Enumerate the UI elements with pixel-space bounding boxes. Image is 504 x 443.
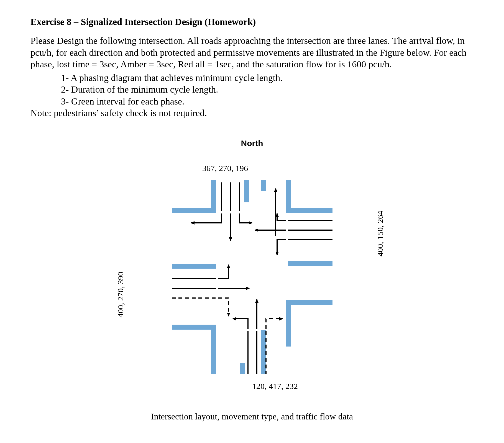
task-list: 1- A phasing diagram that achieves minim… xyxy=(30,72,474,108)
exercise-title: Exercise 8 – Signalized Intersection Des… xyxy=(30,17,474,27)
north-label: North xyxy=(241,139,263,148)
page: Exercise 8 – Signalized Intersection Des… xyxy=(0,0,504,443)
flow-values-north: 367, 270, 196 xyxy=(202,164,248,173)
note-line: Note: pedestrians’ safety check is not r… xyxy=(30,107,474,119)
task-3: 3- Green interval for each phase. xyxy=(61,96,474,108)
flow-values-west: 400, 270, 390 xyxy=(116,272,125,317)
flow-values-south: 120, 417, 232 xyxy=(252,381,298,391)
figure-caption: Intersection layout, movement type, and … xyxy=(30,411,474,422)
task-1: 1- A phasing diagram that achieves minim… xyxy=(61,72,474,84)
flow-values-east: 400, 150, 264 xyxy=(375,211,385,256)
intersection-diagram xyxy=(133,172,371,383)
task-2: 2- Duration of the minimum cycle length. xyxy=(61,84,474,96)
figure: North 367, 270, 196 120, 417, 232 400, 2… xyxy=(30,128,474,410)
intro-paragraph: Please Design the following intersection… xyxy=(30,35,474,70)
